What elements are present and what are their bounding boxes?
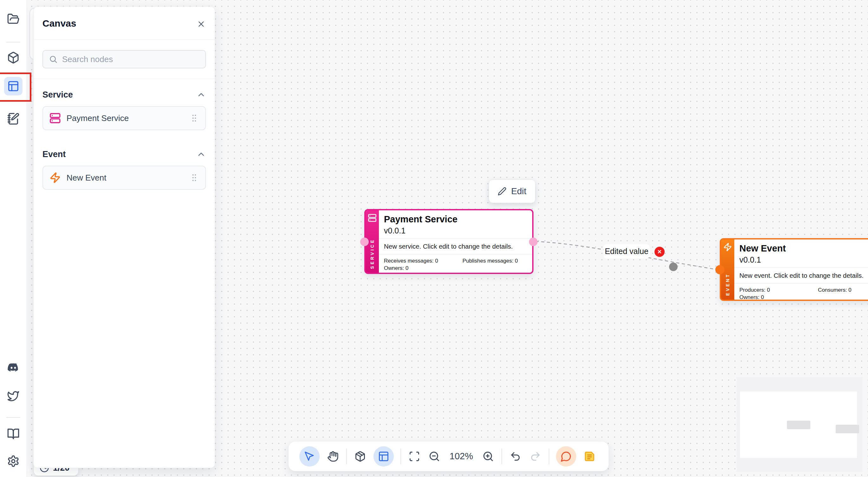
palette-item-new-event[interactable]: New Event	[42, 166, 206, 190]
divider	[379, 254, 532, 254]
pan-hand-tool-button[interactable]	[326, 450, 340, 463]
divider	[6, 417, 20, 418]
redo-button[interactable]	[529, 450, 542, 463]
settings-gear-icon[interactable]	[5, 453, 21, 469]
book-open-icon[interactable]	[5, 426, 21, 442]
edge-label[interactable]: Edited value	[603, 244, 650, 258]
icon-rail	[0, 0, 27, 477]
section-label: Event	[42, 150, 66, 159]
divider	[734, 267, 868, 268]
node-stat: Consumers: 0	[818, 287, 851, 293]
node-handle-right[interactable]	[529, 237, 537, 246]
divider	[501, 448, 502, 464]
section-service: Service Payment Service	[34, 88, 215, 138]
node-stat: Producers: 0	[739, 287, 770, 293]
discord-icon[interactable]	[5, 359, 21, 375]
canvas-panel: Canvas Service Payment Service Event New…	[33, 6, 215, 468]
zap-icon	[50, 172, 61, 183]
canvas-toolbar: 102%	[288, 441, 609, 471]
chevron-up-icon[interactable]	[196, 150, 206, 159]
zoom-out-button[interactable]	[428, 450, 441, 463]
node-title: Payment Service	[384, 214, 458, 225]
edge-delete-button[interactable]: ×	[654, 247, 664, 257]
search-input[interactable]	[61, 54, 199, 65]
layout-panel-view-button[interactable]	[373, 446, 394, 467]
search-box[interactable]	[42, 50, 206, 68]
node-handle-left[interactable]	[360, 237, 369, 246]
palette-item-payment-service[interactable]: Payment Service	[42, 106, 206, 130]
edit-button[interactable]: Edit	[489, 180, 535, 203]
node-new-event[interactable]: EVENT New Event v0.0.1 New event. Click …	[720, 238, 868, 301]
search-icon	[49, 55, 58, 64]
divider	[549, 448, 549, 464]
zoom-level-label: 102%	[447, 451, 475, 462]
notes-button[interactable]	[583, 450, 596, 463]
section-label: Service	[42, 90, 73, 100]
server-icon	[50, 113, 61, 124]
undo-button[interactable]	[509, 450, 522, 463]
drag-handle-icon[interactable]	[189, 114, 199, 123]
event-band-label: EVENT	[725, 273, 730, 296]
panel-title: Canvas	[42, 18, 76, 29]
close-icon[interactable]	[196, 19, 207, 29]
service-band-label: SERVICE	[370, 238, 375, 269]
package-icon[interactable]	[5, 50, 21, 66]
divider	[400, 448, 401, 464]
chevron-up-icon[interactable]	[196, 90, 206, 99]
divider	[6, 42, 20, 42]
zoom-in-button[interactable]	[482, 450, 495, 463]
divider	[734, 283, 868, 284]
node-version: v0.0.1	[739, 255, 761, 264]
divider	[34, 78, 215, 79]
folder-open-icon[interactable]	[5, 11, 21, 27]
node-stat: Owners: 0	[384, 265, 408, 272]
node-stat: Publishes messages: 0	[463, 258, 518, 264]
panel-header: Canvas	[34, 7, 215, 40]
node-payment-service[interactable]: SERVICE Payment Service v0.0.1 New servi…	[364, 209, 533, 274]
twitter-icon[interactable]	[5, 388, 21, 404]
package-view-button[interactable]	[353, 450, 367, 463]
edit-button-label: Edit	[511, 186, 526, 196]
minimap[interactable]	[737, 377, 863, 472]
palette-item-label: Payment Service	[66, 114, 184, 123]
pointer-tool-button[interactable]	[299, 446, 320, 467]
divider	[346, 448, 347, 464]
divider	[379, 238, 532, 238]
node-version: v0.0.1	[384, 226, 405, 235]
edge-control-point[interactable]	[669, 262, 678, 271]
comments-button[interactable]	[556, 446, 576, 467]
drag-handle-icon[interactable]	[189, 173, 199, 183]
node-description: New service. Click edit to change the de…	[384, 243, 513, 250]
section-event: Event New Event	[34, 148, 215, 190]
layout-panel-icon-active[interactable]	[4, 77, 23, 95]
node-stat: Receives messages: 0	[384, 258, 438, 264]
server-icon	[368, 214, 377, 222]
notebook-pen-icon[interactable]	[5, 111, 21, 127]
palette-item-label: New Event	[66, 173, 184, 183]
minimap-node	[787, 421, 810, 429]
node-title: New Event	[739, 243, 786, 254]
minimap-node	[836, 425, 859, 433]
node-description: New event. Click edit to change the deta…	[739, 272, 864, 279]
pencil-icon	[498, 187, 506, 196]
node-handle-left[interactable]	[715, 265, 724, 274]
zap-icon	[723, 243, 732, 252]
node-stat: Owners: 0	[739, 294, 764, 300]
fit-view-button[interactable]	[408, 450, 421, 463]
